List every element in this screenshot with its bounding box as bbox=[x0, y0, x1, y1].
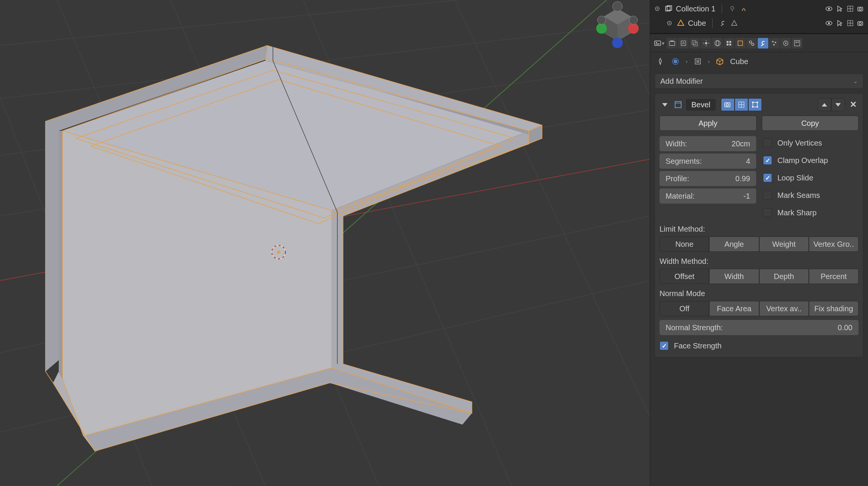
move-up-button[interactable] bbox=[818, 98, 831, 111]
svg-rect-78 bbox=[729, 41, 731, 43]
copy-button[interactable]: Copy bbox=[762, 116, 859, 131]
svg-rect-81 bbox=[738, 41, 743, 45]
tab-collection[interactable] bbox=[724, 38, 734, 49]
svg-point-83 bbox=[752, 43, 754, 45]
svg-marker-54 bbox=[732, 20, 737, 25]
svg-rect-66 bbox=[671, 41, 674, 42]
svg-point-45 bbox=[828, 8, 830, 10]
wm-width-button[interactable]: Width bbox=[709, 269, 759, 284]
mark-sharp-checkbox[interactable] bbox=[763, 208, 772, 217]
grid-icon[interactable] bbox=[846, 19, 854, 27]
tab-data[interactable] bbox=[792, 38, 802, 49]
tab-object[interactable] bbox=[735, 38, 746, 49]
camera-render-icon[interactable] bbox=[857, 19, 865, 27]
breadcrumb-object: Cube bbox=[730, 57, 748, 66]
svg-rect-105 bbox=[753, 102, 757, 107]
nm-off-button[interactable]: Off bbox=[660, 301, 709, 316]
clamp-overlap-checkbox[interactable] bbox=[763, 156, 772, 165]
outliner-row-collection[interactable]: Collection 1 bbox=[653, 2, 865, 16]
statue-icon[interactable] bbox=[740, 5, 748, 13]
mark-seams-checkbox[interactable] bbox=[763, 191, 772, 200]
material-field[interactable]: Material:-1 bbox=[660, 188, 756, 204]
svg-rect-62 bbox=[655, 41, 661, 45]
tab-constraints[interactable] bbox=[746, 38, 757, 49]
pin-icon[interactable] bbox=[655, 56, 665, 66]
svg-point-88 bbox=[785, 42, 787, 44]
camera-render-icon[interactable] bbox=[857, 5, 865, 13]
collection-name[interactable]: Collection 1 bbox=[676, 5, 716, 13]
tab-particles[interactable] bbox=[769, 38, 780, 49]
limit-method-label: Limit Method: bbox=[660, 225, 859, 234]
svg-point-39 bbox=[657, 8, 658, 9]
object-name[interactable]: Cube bbox=[688, 19, 706, 28]
cursor-icon[interactable] bbox=[835, 19, 844, 27]
tab-render[interactable] bbox=[667, 38, 677, 49]
viewport-scene bbox=[0, 0, 650, 486]
tab-scene[interactable] bbox=[701, 38, 711, 49]
outliner[interactable]: Collection 1 Cube bbox=[650, 0, 868, 34]
tab-physics[interactable] bbox=[780, 38, 791, 49]
profile-field[interactable]: Profile:0.99 bbox=[660, 171, 756, 186]
side-panel: Collection 1 Cube bbox=[650, 0, 868, 486]
only-vertices-checkbox[interactable] bbox=[763, 138, 772, 147]
svg-point-101 bbox=[726, 104, 729, 106]
grid-icon[interactable] bbox=[846, 5, 854, 13]
wm-percent-button[interactable]: Percent bbox=[809, 269, 859, 284]
editor-type-icon[interactable]: ▾ bbox=[654, 38, 664, 49]
viewlayer-icon[interactable] bbox=[693, 56, 703, 66]
svg-point-32 bbox=[628, 23, 639, 34]
outliner-row-object[interactable]: Cube bbox=[653, 16, 865, 30]
width-field[interactable]: Width:20cm bbox=[660, 136, 756, 151]
nm-vertexav-button[interactable]: Vertex av.. bbox=[759, 301, 809, 316]
delete-modifier-button[interactable]: ✕ bbox=[848, 99, 859, 110]
wm-depth-button[interactable]: Depth bbox=[759, 269, 809, 284]
limit-weight-button[interactable]: Weight bbox=[759, 237, 809, 252]
nm-facearea-button[interactable]: Face Area bbox=[709, 301, 759, 316]
nm-fixshading-button[interactable]: Fix shading bbox=[809, 301, 859, 316]
svg-point-106 bbox=[752, 102, 754, 103]
limit-none-button[interactable]: None bbox=[660, 237, 709, 252]
tab-modifiers[interactable] bbox=[758, 38, 768, 49]
modifier-name-field[interactable]: Bevel bbox=[686, 99, 716, 111]
mesh-data-icon[interactable] bbox=[730, 19, 738, 27]
chevron-icon: › bbox=[708, 58, 710, 64]
toggle-render[interactable] bbox=[721, 98, 735, 111]
normal-strength-field[interactable]: Normal Strength: 0.00 bbox=[660, 320, 859, 335]
tab-viewlayer[interactable] bbox=[689, 38, 700, 49]
disclosure-icon[interactable] bbox=[653, 5, 661, 13]
mesh-icon bbox=[677, 19, 685, 27]
eye-icon[interactable] bbox=[825, 19, 833, 27]
limit-angle-button[interactable]: Angle bbox=[709, 237, 759, 252]
svg-point-107 bbox=[757, 102, 758, 103]
svg-point-56 bbox=[828, 22, 830, 24]
tab-world[interactable] bbox=[712, 38, 723, 49]
disclosure-icon[interactable] bbox=[665, 19, 674, 27]
bevel-icon bbox=[673, 100, 683, 110]
svg-rect-63 bbox=[656, 42, 657, 43]
disclosure-icon[interactable] bbox=[660, 99, 670, 110]
toggle-editmode[interactable] bbox=[748, 98, 762, 111]
svg-rect-64 bbox=[656, 44, 660, 44]
eye-icon[interactable] bbox=[825, 5, 833, 13]
limit-vgroup-button[interactable]: Vertex Gro.. bbox=[809, 237, 859, 252]
apply-button[interactable]: Apply bbox=[660, 116, 757, 131]
light-icon[interactable] bbox=[728, 5, 736, 13]
face-strength-checkbox[interactable] bbox=[660, 341, 669, 350]
tab-output[interactable] bbox=[678, 38, 689, 49]
add-modifier-dropdown[interactable]: Add Modifier ⌄ bbox=[655, 74, 863, 89]
svg-point-36 bbox=[597, 16, 606, 24]
nav-gizmo[interactable] bbox=[593, 0, 642, 49]
svg-rect-77 bbox=[727, 41, 729, 43]
cursor-icon[interactable] bbox=[835, 5, 844, 13]
loop-slide-checkbox[interactable] bbox=[763, 173, 772, 182]
wm-offset-button[interactable]: Offset bbox=[660, 269, 709, 284]
wrench-icon[interactable] bbox=[719, 19, 727, 27]
viewport-3d[interactable] bbox=[0, 0, 650, 486]
svg-point-108 bbox=[752, 106, 754, 108]
toggle-viewport[interactable] bbox=[735, 98, 748, 111]
svg-rect-80 bbox=[729, 44, 731, 45]
move-down-button[interactable] bbox=[831, 98, 845, 111]
scene-icon[interactable] bbox=[671, 56, 680, 66]
svg-point-84 bbox=[772, 41, 774, 42]
segments-field[interactable]: Segments:4 bbox=[660, 154, 756, 169]
